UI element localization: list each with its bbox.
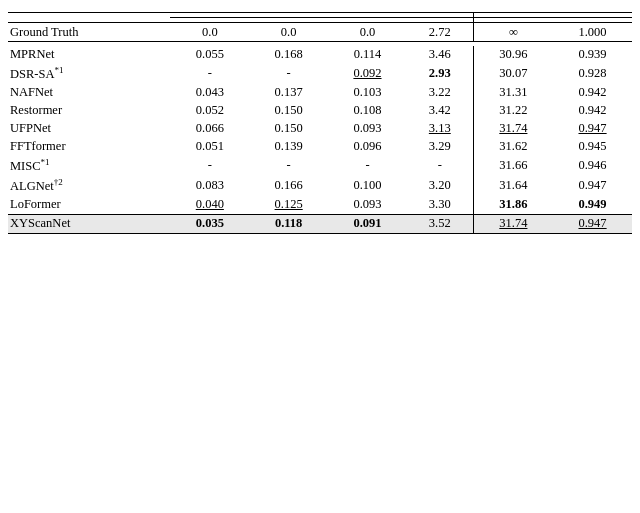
cell-niqe: - xyxy=(407,156,473,176)
cell-lpips: 0.108 xyxy=(328,102,407,120)
cell-niqe: 2.72 xyxy=(407,23,473,42)
cell-psnr: ∞ xyxy=(473,23,553,42)
cell-niqe: 2.93 xyxy=(407,64,473,84)
cell-psnr: 31.64 xyxy=(473,176,553,196)
table-row: Restormer0.0520.1500.1083.4231.220.942 xyxy=(8,102,632,120)
cell-model-name: ALGNet†2 xyxy=(8,176,170,196)
table-row: Ground Truth0.00.00.02.72∞1.000 xyxy=(8,23,632,42)
cell-model-name: Ground Truth xyxy=(8,23,170,42)
cell-fid: 0.118 xyxy=(249,214,328,233)
cell-lpips: 0.093 xyxy=(328,120,407,138)
cell-fid: 0.137 xyxy=(249,84,328,102)
cell-fid: - xyxy=(249,64,328,84)
cell-kid: 0.051 xyxy=(170,138,249,156)
cell-fid: 0.125 xyxy=(249,196,328,215)
cell-fid: 0.168 xyxy=(249,46,328,64)
cell-niqe: 3.30 xyxy=(407,196,473,215)
cell-lpips: 0.093 xyxy=(328,196,407,215)
table-row: ALGNet†20.0830.1660.1003.2031.640.947 xyxy=(8,176,632,196)
cell-niqe: 3.22 xyxy=(407,84,473,102)
cell-lpips: 0.092 xyxy=(328,64,407,84)
cell-niqe: 3.29 xyxy=(407,138,473,156)
cell-ssim: 0.947 xyxy=(553,120,632,138)
table-row: DSR-SA*1--0.0922.9330.070.928 xyxy=(8,64,632,84)
cell-lpips: 0.100 xyxy=(328,176,407,196)
cell-model-name: LoFormer xyxy=(8,196,170,215)
cell-lpips: 0.096 xyxy=(328,138,407,156)
cell-model-name: NAFNet xyxy=(8,84,170,102)
cell-psnr: 31.74 xyxy=(473,120,553,138)
cell-kid: 0.066 xyxy=(170,120,249,138)
cell-model-name: Restormer xyxy=(8,102,170,120)
cell-psnr: 31.22 xyxy=(473,102,553,120)
cell-model-name: DSR-SA*1 xyxy=(8,64,170,84)
cell-ssim: 0.942 xyxy=(553,84,632,102)
cell-psnr: 31.62 xyxy=(473,138,553,156)
col-header-model xyxy=(8,13,170,23)
cell-ssim: 0.942 xyxy=(553,102,632,120)
cell-kid: - xyxy=(170,64,249,84)
table-row: LoFormer0.0400.1250.0933.3031.860.949 xyxy=(8,196,632,215)
cell-lpips: 0.0 xyxy=(328,23,407,42)
cell-fid: 0.0 xyxy=(249,23,328,42)
cell-psnr: 30.96 xyxy=(473,46,553,64)
cell-niqe: 3.42 xyxy=(407,102,473,120)
cell-psnr: 31.86 xyxy=(473,196,553,215)
cell-psnr: 31.31 xyxy=(473,84,553,102)
cell-niqe: 3.46 xyxy=(407,46,473,64)
cell-psnr: 30.07 xyxy=(473,64,553,84)
cell-model-name: FFTformer xyxy=(8,138,170,156)
cell-kid: 0.0 xyxy=(170,23,249,42)
cell-ssim: 0.939 xyxy=(553,46,632,64)
cell-fid: 0.150 xyxy=(249,120,328,138)
cell-kid: 0.055 xyxy=(170,46,249,64)
cell-ssim: 0.928 xyxy=(553,64,632,84)
cell-ssim: 0.947 xyxy=(553,176,632,196)
cell-fid: 0.139 xyxy=(249,138,328,156)
table-wrapper: Ground Truth0.00.00.02.72∞1.000MPRNet0.0… xyxy=(8,8,632,234)
cell-kid: 0.043 xyxy=(170,84,249,102)
cell-fid: 0.150 xyxy=(249,102,328,120)
cell-ssim: 1.000 xyxy=(553,23,632,42)
cell-fid: 0.166 xyxy=(249,176,328,196)
table-row: XYScanNet0.0350.1180.0913.5231.740.947 xyxy=(8,214,632,233)
cell-niqe: 3.13 xyxy=(407,120,473,138)
cell-ssim: 0.946 xyxy=(553,156,632,176)
cell-kid: - xyxy=(170,156,249,176)
cell-psnr: 31.66 xyxy=(473,156,553,176)
cell-model-name: UFPNet xyxy=(8,120,170,138)
cell-model-name: XYScanNet xyxy=(8,214,170,233)
table-row: FFTformer0.0510.1390.0963.2931.620.945 xyxy=(8,138,632,156)
cell-kid: 0.052 xyxy=(170,102,249,120)
cell-ssim: 0.945 xyxy=(553,138,632,156)
cell-fid: - xyxy=(249,156,328,176)
table-row: UFPNet0.0660.1500.0933.1331.740.947 xyxy=(8,120,632,138)
cell-niqe: 3.20 xyxy=(407,176,473,196)
table-body: Ground Truth0.00.00.02.72∞1.000MPRNet0.0… xyxy=(8,23,632,234)
cell-model-name: MISC*1 xyxy=(8,156,170,176)
cell-kid: 0.083 xyxy=(170,176,249,196)
cell-ssim: 0.949 xyxy=(553,196,632,215)
cell-lpips: - xyxy=(328,156,407,176)
cell-lpips: 0.114 xyxy=(328,46,407,64)
cell-lpips: 0.103 xyxy=(328,84,407,102)
cell-model-name: MPRNet xyxy=(8,46,170,64)
table-row: MISC*1----31.660.946 xyxy=(8,156,632,176)
cell-kid: 0.040 xyxy=(170,196,249,215)
table-row: MPRNet0.0550.1680.1143.4630.960.939 xyxy=(8,46,632,64)
table-row: NAFNet0.0430.1370.1033.2231.310.942 xyxy=(8,84,632,102)
cell-ssim: 0.947 xyxy=(553,214,632,233)
cell-psnr: 31.74 xyxy=(473,214,553,233)
cell-niqe: 3.52 xyxy=(407,214,473,233)
cell-kid: 0.035 xyxy=(170,214,249,233)
cell-lpips: 0.091 xyxy=(328,214,407,233)
results-table: Ground Truth0.00.00.02.72∞1.000MPRNet0.0… xyxy=(8,12,632,234)
